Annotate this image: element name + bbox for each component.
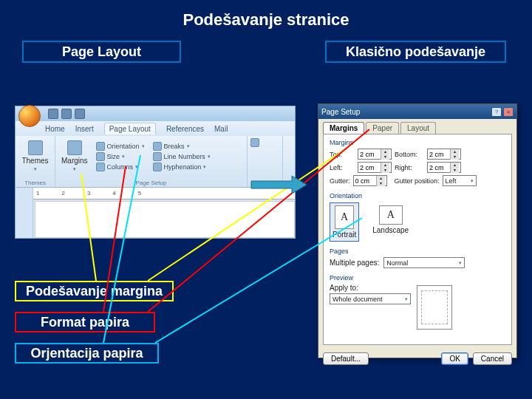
save-icon[interactable] [48, 109, 58, 119]
label-paper-format: Format papira [15, 312, 155, 332]
preview-thumbnail [417, 285, 452, 330]
landscape-label: Landscape [372, 226, 409, 234]
chevron-down-icon: ▾ [122, 154, 125, 160]
watermark-icon[interactable] [250, 138, 259, 147]
help-button[interactable]: ? [491, 107, 502, 117]
tab-paper[interactable]: Paper [366, 122, 399, 134]
tab-margins[interactable]: Margins [323, 122, 364, 134]
tab-mailings[interactable]: Mail [214, 125, 228, 133]
group-page-bg: Page [248, 136, 283, 187]
label-right: Right: [395, 164, 424, 171]
orientation-landscape[interactable]: A Landscape [369, 202, 412, 242]
dialog-title: Page Setup [321, 108, 360, 116]
tab-layout[interactable]: Layout [400, 122, 436, 134]
chevron-down-icon: ▾ [187, 143, 190, 149]
close-button[interactable]: × [503, 107, 514, 117]
left-spinner[interactable]: ▴▾ [358, 162, 392, 173]
section-margins: Margins [330, 139, 505, 146]
ribbon-body: Themes ▾ Themes Margins ▾ Orientation▾ S… [16, 136, 295, 188]
gutter-pos-value: Left [446, 177, 457, 185]
dialog-body: Margins Top: ▴▾ Bottom: ▴▾ Left: ▴▾ Righ… [323, 134, 512, 345]
label-top: Top: [330, 151, 355, 158]
orientation-button[interactable]: Orientation▾ [96, 142, 145, 151]
hyphenation-button[interactable]: Hyphenation▾ [153, 163, 211, 171]
word-ribbon-screenshot: Home Insert Page Layout References Mail … [15, 106, 296, 239]
hyphenation-icon [153, 163, 162, 171]
default-button[interactable]: Default... [323, 352, 369, 365]
section-orientation: Orientation [330, 192, 505, 200]
bottom-input[interactable] [428, 151, 450, 158]
portrait-label: Portrait [332, 231, 356, 239]
themes-button[interactable]: Themes ▾ [18, 138, 52, 174]
group-themes: Themes ▾ Themes [16, 136, 55, 187]
gutter-spinner[interactable]: ▴▾ [353, 175, 387, 186]
label-gutter: Gutter: [330, 177, 350, 185]
dialog-titlebar[interactable]: Page Setup ? × [318, 104, 516, 119]
tab-insert[interactable]: Insert [75, 125, 94, 133]
top-input[interactable] [358, 151, 381, 158]
ruler-tick: 1 [36, 190, 39, 197]
size-icon [96, 152, 105, 161]
label-gutter-pos: Gutter position: [395, 177, 440, 185]
breaks-button[interactable]: Breaks▾ [153, 142, 211, 151]
section-pages: Pages [330, 248, 505, 255]
chevron-down-icon: ▾ [135, 164, 138, 170]
group-page-setup: Margins ▾ Orientation▾ Size▾ Columns▾ Br… [55, 136, 248, 187]
apply-to-select[interactable]: Whole document▾ [330, 293, 411, 304]
themes-label: Themes [21, 157, 48, 165]
landscape-icon: A [379, 205, 403, 225]
chevron-down-icon: ▾ [34, 166, 37, 172]
right-input[interactable] [428, 164, 450, 171]
group-label-page-setup: Page Setup [58, 180, 244, 186]
slide-title: Podešavanje stranice [0, 10, 532, 30]
orientation-label: Orientation [107, 143, 140, 150]
multiple-pages-select[interactable]: Normal▾ [383, 257, 465, 268]
columns-label: Columns [107, 163, 134, 171]
undo-icon[interactable] [61, 109, 72, 119]
label-apply-to: Apply to: [330, 284, 358, 292]
tab-home[interactable]: Home [45, 125, 65, 133]
orientation-portrait[interactable]: A Portrait [330, 202, 359, 242]
vertical-ruler[interactable] [16, 188, 33, 238]
line-numbers-button[interactable]: Line Numbers▾ [153, 152, 211, 161]
tab-page-layout[interactable]: Page Layout [104, 123, 156, 134]
office-button[interactable] [18, 105, 41, 127]
columns-button[interactable]: Columns▾ [96, 163, 145, 171]
label-classic-setup: Klasično podešavanje [325, 41, 506, 63]
label-page-layout: Page Layout [22, 41, 181, 63]
margins-button[interactable]: Margins ▾ [58, 138, 91, 174]
top-spinner[interactable]: ▴▾ [358, 149, 392, 160]
chevron-down-icon: ▾ [208, 154, 211, 160]
group-label-page: Page [250, 180, 279, 186]
gutter-input[interactable] [354, 177, 376, 185]
ruler-tick: 2 [61, 190, 64, 197]
redo-icon[interactable] [75, 109, 85, 119]
portrait-icon: A [335, 205, 354, 229]
gutter-pos-select[interactable]: Left▾ [443, 175, 477, 186]
label-orientation: Orjentacija papira [15, 343, 159, 364]
line-numbers-label: Line Numbers [164, 153, 205, 160]
horizontal-ruler[interactable]: 1 2 3 4 5 [16, 188, 295, 200]
left-input[interactable] [358, 164, 381, 171]
tab-references[interactable]: References [166, 125, 204, 133]
size-button[interactable]: Size▾ [96, 152, 145, 161]
bottom-spinner[interactable]: ▴▾ [427, 149, 461, 160]
ribbon-tabs: Home Insert Page Layout References Mail [16, 121, 295, 136]
ok-button[interactable]: OK [441, 352, 468, 365]
margins-grid: Top: ▴▾ Bottom: ▴▾ Left: ▴▾ Right: ▴▾ [330, 149, 505, 173]
dialog-footer: Default... OK Cancel [318, 349, 516, 368]
label-bottom: Bottom: [395, 151, 424, 158]
multiple-pages-value: Normal [386, 259, 408, 267]
columns-icon [96, 163, 105, 171]
cancel-button[interactable]: Cancel [473, 352, 512, 365]
document-area[interactable] [35, 201, 295, 238]
right-spinner[interactable]: ▴▾ [427, 162, 461, 173]
ruler-tick: 3 [87, 190, 90, 197]
label-left: Left: [330, 164, 355, 171]
margins-label: Margins [61, 157, 88, 165]
breaks-label: Breaks [164, 143, 185, 150]
label-multiple-pages: Multiple pages: [330, 259, 379, 267]
chevron-down-icon: ▾ [73, 166, 76, 172]
breaks-icon [153, 142, 162, 151]
chevron-down-icon: ▾ [203, 164, 206, 170]
